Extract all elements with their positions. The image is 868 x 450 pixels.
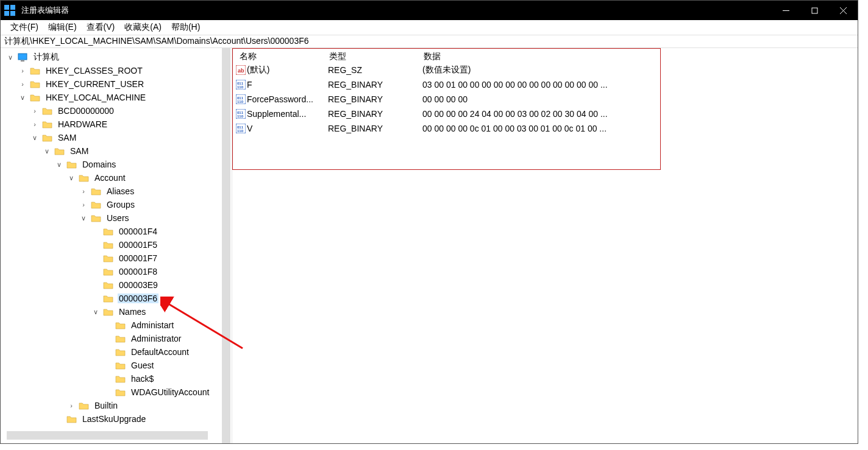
list-row[interactable]: FREG_BINARY03 00 01 00 00 00 00 00 00 00… bbox=[235, 77, 852, 92]
tree-node-hkcu[interactable]: ›HKEY_CURRENT_USER bbox=[1, 77, 232, 91]
registry-editor-window: 注册表编辑器 文件(F) 编辑(E) 查看(V) 收藏夹(A) 帮助(H) 计算… bbox=[0, 0, 858, 444]
folder-icon bbox=[30, 93, 41, 102]
tree-node-1f8[interactable]: ·000001F8 bbox=[1, 265, 232, 278]
col-name[interactable]: 名称 bbox=[235, 51, 329, 62]
folder-icon bbox=[79, 401, 90, 410]
tree-node-users[interactable]: ∨Users bbox=[1, 211, 232, 225]
value-name: Supplemental... bbox=[247, 109, 328, 119]
tree-node-hkcr[interactable]: ›HKEY_CLASSES_ROOT bbox=[1, 64, 232, 77]
menu-edit[interactable]: 编辑(E) bbox=[43, 22, 82, 33]
list-row[interactable]: VREG_BINARY00 00 00 00 0c 01 00 00 03 00… bbox=[235, 121, 852, 136]
tree-node-hardware[interactable]: ›HARDWARE bbox=[1, 118, 232, 131]
reg-binary-icon bbox=[235, 109, 247, 119]
value-data: 00 00 00 00 24 04 00 00 03 00 02 00 30 0… bbox=[422, 109, 852, 119]
folder-icon bbox=[103, 227, 114, 236]
menubar: 文件(F) 编辑(E) 查看(V) 收藏夹(A) 帮助(H) bbox=[1, 20, 858, 35]
folder-icon bbox=[115, 334, 126, 343]
value-data: 00 00 00 00 bbox=[422, 94, 852, 104]
list-rows: (默认)REG_SZ(数值未设置)FREG_BINARY03 00 01 00 … bbox=[235, 63, 852, 136]
menu-help[interactable]: 帮助(H) bbox=[166, 22, 205, 33]
value-data: 03 00 01 00 00 00 00 00 00 00 00 00 00 0… bbox=[422, 80, 852, 90]
content: ∨计算机 ›HKEY_CLASSES_ROOT ›HKEY_CURRENT_US… bbox=[1, 48, 858, 443]
tree-node-1f5[interactable]: ·000001F5 bbox=[1, 238, 232, 251]
tree-node-computer[interactable]: ∨计算机 bbox=[1, 51, 232, 64]
titlebar: 注册表编辑器 bbox=[1, 1, 858, 20]
tree-node-groups[interactable]: ›Groups bbox=[1, 198, 232, 211]
tree-node-domains[interactable]: ∨Domains bbox=[1, 158, 232, 171]
folder-icon bbox=[103, 308, 114, 316]
folder-icon bbox=[115, 388, 126, 396]
value-type: REG_BINARY bbox=[328, 94, 422, 104]
value-name: F bbox=[247, 80, 328, 90]
col-data[interactable]: 数据 bbox=[424, 51, 852, 62]
tree-node-names-defaultaccount[interactable]: ·DefaultAccount bbox=[1, 345, 232, 359]
folder-icon bbox=[42, 107, 53, 115]
folder-icon bbox=[66, 415, 77, 423]
folder-icon bbox=[79, 174, 90, 182]
close-button[interactable] bbox=[829, 1, 858, 20]
folder-icon bbox=[91, 200, 102, 209]
value-data: (数值未设置) bbox=[422, 65, 852, 76]
value-data: 00 00 00 00 0c 01 00 00 03 00 01 00 0c 0… bbox=[422, 124, 852, 133]
folder-icon bbox=[30, 66, 41, 75]
folder-icon bbox=[115, 374, 126, 383]
value-type: REG_BINARY bbox=[328, 124, 422, 133]
list-row[interactable]: ForcePassword...REG_BINARY00 00 00 00 bbox=[235, 92, 852, 107]
value-name: ForcePassword... bbox=[247, 94, 328, 104]
value-name: V bbox=[247, 124, 328, 133]
svg-rect-12 bbox=[812, 8, 817, 13]
list-header: 名称 类型 数据 bbox=[235, 51, 852, 63]
reg-sz-icon bbox=[235, 65, 247, 75]
tree-node-hklm[interactable]: ∨HKEY_LOCAL_MACHINE bbox=[1, 91, 232, 104]
tree-node-bcd[interactable]: ›BCD00000000 bbox=[1, 104, 232, 118]
folder-icon bbox=[91, 214, 102, 222]
tree-node-1f4[interactable]: ·000001F4 bbox=[1, 225, 232, 238]
tree-node-3e9[interactable]: ·000003E9 bbox=[1, 278, 232, 292]
tree-node-names-hack[interactable]: ·hack$ bbox=[1, 372, 232, 385]
tree-node-sam[interactable]: ∨SAM bbox=[1, 131, 232, 144]
folder-icon bbox=[103, 254, 114, 262]
tree-node-lastsku[interactable]: ·LastSkuUpgrade bbox=[1, 412, 232, 426]
folder-icon bbox=[91, 187, 102, 195]
folder-icon bbox=[103, 241, 114, 249]
tree-node-1f7[interactable]: ·000001F7 bbox=[1, 251, 232, 265]
reg-binary-icon bbox=[235, 94, 247, 104]
tree-node-names-guest[interactable]: ·Guest bbox=[1, 359, 232, 372]
menu-view[interactable]: 查看(V) bbox=[82, 22, 120, 33]
value-type: REG_BINARY bbox=[328, 80, 422, 90]
tree-horizontal-scrollbar[interactable] bbox=[7, 431, 208, 440]
tree-node-names-wdag[interactable]: ·WDAGUtilityAccount bbox=[1, 385, 232, 399]
menu-file[interactable]: 文件(F) bbox=[5, 22, 43, 33]
folder-icon bbox=[115, 321, 126, 329]
folder-icon bbox=[103, 281, 114, 289]
folder-icon bbox=[115, 361, 126, 370]
maximize-button[interactable] bbox=[800, 1, 829, 20]
list-row[interactable]: (默认)REG_SZ(数值未设置) bbox=[235, 63, 852, 77]
tree-node-aliases[interactable]: ›Aliases bbox=[1, 185, 232, 198]
tree-vertical-scrollbar[interactable] bbox=[222, 48, 230, 443]
reg-binary-icon bbox=[235, 80, 247, 90]
tree-node-names-administrator[interactable]: ·Administrator bbox=[1, 332, 232, 345]
tree-node-names[interactable]: ∨Names bbox=[1, 305, 232, 318]
app-icon bbox=[4, 5, 15, 16]
folder-icon bbox=[42, 133, 53, 142]
tree-node-3f6[interactable]: ·000003F6 bbox=[1, 292, 232, 305]
folder-icon bbox=[30, 80, 41, 88]
folder-icon bbox=[103, 267, 114, 276]
window-title: 注册表编辑器 bbox=[21, 5, 772, 16]
list-row[interactable]: Supplemental...REG_BINARY00 00 00 00 24 … bbox=[235, 107, 852, 121]
values-pane[interactable]: 名称 类型 数据 (默认)REG_SZ(数值未设置)FREG_BINARY03 … bbox=[232, 48, 858, 443]
tree-node-sam-sam[interactable]: ∨SAM bbox=[1, 144, 232, 158]
minimize-button[interactable] bbox=[772, 1, 800, 20]
tree-pane[interactable]: ∨计算机 ›HKEY_CLASSES_ROOT ›HKEY_CURRENT_US… bbox=[1, 48, 232, 443]
folder-icon bbox=[42, 120, 53, 128]
tree-node-builtin[interactable]: ›Builtin bbox=[1, 399, 232, 412]
folder-icon bbox=[54, 147, 65, 155]
reg-binary-icon bbox=[235, 124, 247, 133]
menu-fav[interactable]: 收藏夹(A) bbox=[119, 22, 166, 33]
address-bar[interactable]: 计算机\HKEY_LOCAL_MACHINE\SAM\SAM\Domains\A… bbox=[1, 35, 858, 48]
col-type[interactable]: 类型 bbox=[329, 51, 424, 62]
folder-icon bbox=[115, 348, 126, 356]
tree-node-account[interactable]: ∨Account bbox=[1, 171, 232, 185]
tree-node-names-administart[interactable]: ·Administart bbox=[1, 318, 232, 332]
